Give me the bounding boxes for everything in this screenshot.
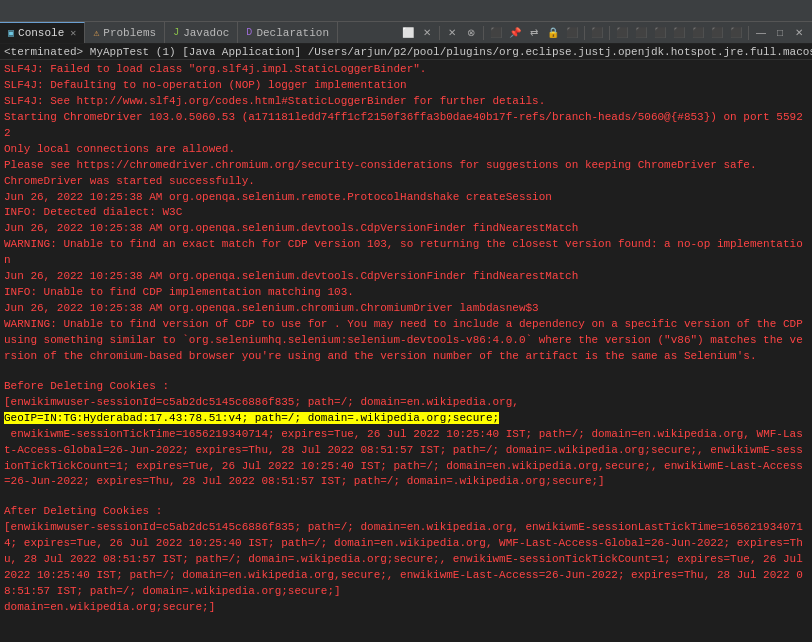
console-line: enwikiwmE-sessionTickTime=1656219340714;…: [4, 427, 808, 491]
console-line: GeoIP=IN:TG:Hyderabad:17.43:78.51:v4; pa…: [4, 411, 808, 427]
icon-btn-5[interactable]: ⬛: [708, 24, 726, 42]
console-line: Jun 26, 2022 10:25:38 AM org.openqa.sele…: [4, 221, 808, 237]
tab-javadoc-label: Javadoc: [183, 27, 229, 39]
console-line: WARNING: Unable to find an exact match f…: [4, 237, 808, 269]
console-line: Only local connections are allowed.: [4, 142, 808, 158]
tab-declaration-label: Declaration: [256, 27, 329, 39]
open-console-button[interactable]: ⬛: [588, 24, 606, 42]
toolbar-separator-5: [748, 26, 749, 40]
status-text: <terminated> MyAppTest (1) [Java Applica…: [4, 46, 812, 58]
tab-problems[interactable]: ⚠ Problems: [85, 22, 165, 43]
console-line: After Deleting Cookies :: [4, 504, 808, 520]
tab-javadoc[interactable]: J Javadoc: [165, 22, 238, 43]
tab-problems-label: Problems: [103, 27, 156, 39]
console-line: SLF4J: Defaulting to no-operation (NOP) …: [4, 78, 808, 94]
tab-console[interactable]: ▣ Console ✕: [0, 22, 85, 43]
toolbar-separator-1: [439, 26, 440, 40]
console-line: Before Deleting Cookies :: [4, 379, 808, 395]
close-view-button[interactable]: ✕: [790, 24, 808, 42]
minimize-button[interactable]: —: [752, 24, 770, 42]
console-line: Jun 26, 2022 10:25:38 AM org.openqa.sele…: [4, 301, 808, 317]
toolbar-separator-2: [483, 26, 484, 40]
console-line: domain=en.wikipedia.org;secure;]: [4, 600, 808, 616]
icon-btn-2[interactable]: ⬛: [651, 24, 669, 42]
terminate-button[interactable]: ✕: [418, 24, 436, 42]
remove-launch-button[interactable]: ✕: [443, 24, 461, 42]
console-line: SLF4J: See http://www.slf4j.org/codes.ht…: [4, 94, 808, 110]
remove-terminated-button[interactable]: ⊗: [462, 24, 480, 42]
console-line: [enwikimwuser-sessionId=c5ab2dc5145c6886…: [4, 520, 808, 600]
console-line: ChromeDriver was started successfully.: [4, 174, 808, 190]
console-line: Jun 26, 2022 10:25:38 AM org.openqa.sele…: [4, 190, 808, 206]
toolbar-separator-3: [584, 26, 585, 40]
toolbar-separator-4: [609, 26, 610, 40]
word-wrap-button[interactable]: ⇄: [525, 24, 543, 42]
status-bar: <terminated> MyAppTest (1) [Java Applica…: [0, 44, 812, 60]
javadoc-icon: J: [173, 27, 179, 38]
console-icon-btn[interactable]: ⬛: [613, 24, 631, 42]
declaration-icon: D: [246, 27, 252, 38]
scroll-lock-button[interactable]: 🔒: [544, 24, 562, 42]
console-line: INFO: Unable to find CDP implementation …: [4, 285, 808, 301]
tab-console-close[interactable]: ✕: [70, 27, 76, 39]
tab-bar: ▣ Console ✕ ⚠ Problems J Javadoc D Decla…: [0, 22, 812, 44]
icon-btn-6[interactable]: ⬛: [727, 24, 745, 42]
clear-console-button[interactable]: ⬛: [563, 24, 581, 42]
console-blank-line: [4, 490, 808, 504]
tab-declaration[interactable]: D Declaration: [238, 22, 338, 43]
title-bar: [0, 0, 812, 22]
tab-bar-toolbar: ⬜ ✕ ✕ ⊗ ⬛ 📌 ⇄ 🔒 ⬛ ⬛ ⬛ ⬛ ⬛ ⬛ ⬛ ⬛ ⬛ — □ ✕: [399, 22, 812, 43]
pin-console-button[interactable]: 📌: [506, 24, 524, 42]
new-console-button[interactable]: ⬛: [487, 24, 505, 42]
console-icon: ▣: [8, 27, 14, 39]
console-line: WARNING: Unable to find version of CDP t…: [4, 317, 808, 365]
console-output[interactable]: SLF4J: Failed to load class "org.slf4j.i…: [0, 60, 812, 642]
console-line: SLF4J: Failed to load class "org.slf4j.i…: [4, 62, 808, 78]
icon-btn-3[interactable]: ⬛: [670, 24, 688, 42]
problems-icon: ⚠: [93, 27, 99, 39]
maximize-button[interactable]: □: [771, 24, 789, 42]
console-line: Please see https://chromedriver.chromium…: [4, 158, 808, 174]
highlighted-line: GeoIP=IN:TG:Hyderabad:17.43:78.51:v4; pa…: [4, 412, 499, 424]
icon-btn-1[interactable]: ⬛: [632, 24, 650, 42]
suspend-button[interactable]: ⬜: [399, 24, 417, 42]
tab-console-label: Console: [18, 27, 64, 39]
console-line: INFO: Detected dialect: W3C: [4, 205, 808, 221]
console-line: [enwikimwuser-sessionId=c5ab2dc5145c6886…: [4, 395, 808, 411]
icon-btn-4[interactable]: ⬛: [689, 24, 707, 42]
console-line: Starting ChromeDriver 103.0.5060.53 (a17…: [4, 110, 808, 142]
console-blank-line: [4, 365, 808, 379]
console-line: Jun 26, 2022 10:25:38 AM org.openqa.sele…: [4, 269, 808, 285]
